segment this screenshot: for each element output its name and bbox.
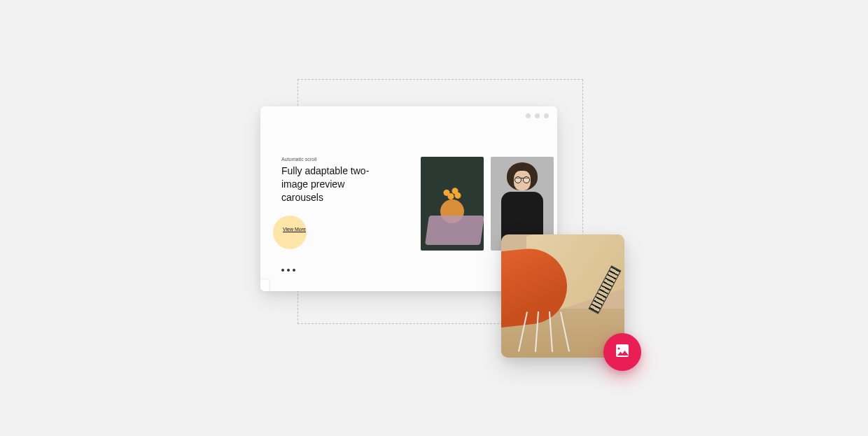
window-control-dot <box>544 113 549 118</box>
carousel-pagination[interactable] <box>281 269 295 272</box>
accent-circle <box>273 216 307 249</box>
browser-chrome <box>260 106 557 125</box>
floating-image-card[interactable] <box>501 234 624 358</box>
pagination-dot-active[interactable] <box>281 269 284 272</box>
pagination-dot[interactable] <box>293 269 295 272</box>
window-control-dot <box>526 113 531 118</box>
image-fab-button[interactable] <box>603 333 641 371</box>
window-control-dot <box>535 113 540 118</box>
image-icon <box>614 342 631 362</box>
headline-text: Fully adaptable two-image preview carous… <box>281 164 379 204</box>
scroll-handle[interactable] <box>260 280 269 291</box>
carousel-image-vase[interactable] <box>421 157 484 251</box>
pagination-dot[interactable] <box>287 269 290 272</box>
view-more-link[interactable]: View More <box>283 227 306 232</box>
